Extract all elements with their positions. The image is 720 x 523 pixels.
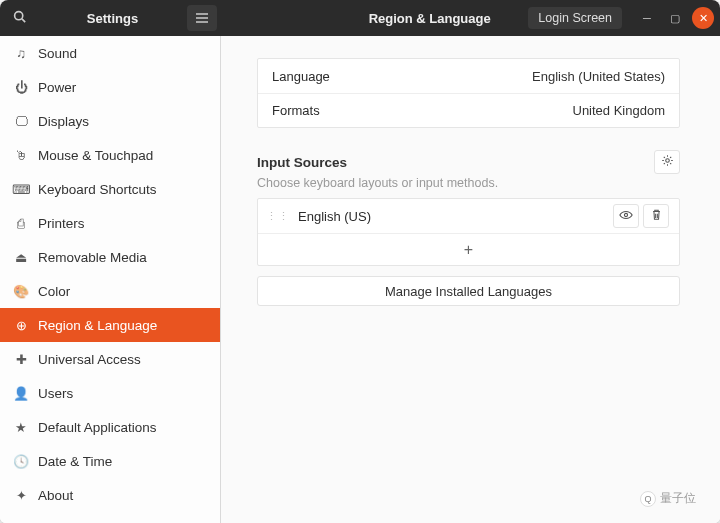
sidebar-item-displays-icon: 🖵 xyxy=(12,114,30,129)
app-title: Settings xyxy=(38,11,187,26)
sidebar-item-label: Users xyxy=(38,386,73,401)
window-close-button[interactable]: ✕ xyxy=(692,7,714,29)
sidebar-item-universal-access[interactable]: ✚Universal Access xyxy=(0,342,220,376)
sidebar-item-label: Keyboard Shortcuts xyxy=(38,182,157,197)
plus-icon: + xyxy=(464,241,473,259)
language-row[interactable]: Language English (United States) xyxy=(258,59,679,93)
input-source-name: English (US) xyxy=(298,209,371,224)
formats-value: United Kingdom xyxy=(573,103,666,118)
sidebar-item-label: Mouse & Touchpad xyxy=(38,148,153,163)
watermark-text: 量子位 xyxy=(660,490,696,507)
region-settings-list: Language English (United States) Formats… xyxy=(257,58,680,128)
search-button[interactable] xyxy=(4,5,34,31)
sidebar-item-label: Default Applications xyxy=(38,420,157,435)
titlebar: Settings Region & Language Login Screen … xyxy=(0,0,720,36)
sidebar-item-users-icon: 👤 xyxy=(12,386,30,401)
sidebar-item-default-applications[interactable]: ★Default Applications xyxy=(0,410,220,444)
window-minimize-button[interactable]: ─ xyxy=(636,7,658,29)
input-sources-subtitle: Choose keyboard layouts or input methods… xyxy=(257,176,680,190)
sidebar-item-power-icon: ⏻ xyxy=(12,80,30,95)
svg-point-5 xyxy=(665,159,669,163)
remove-input-source-button[interactable] xyxy=(643,204,669,228)
sidebar-item-label: Region & Language xyxy=(38,318,157,333)
sidebar-item-region-language[interactable]: ⊕Region & Language xyxy=(0,308,220,342)
search-icon xyxy=(13,10,26,26)
sidebar-item-about-icon: ✦ xyxy=(12,488,30,503)
gear-icon xyxy=(661,154,674,170)
sidebar-item-removable-media-icon: ⏏ xyxy=(12,250,30,265)
trash-icon xyxy=(651,209,662,224)
hamburger-menu-button[interactable] xyxy=(187,5,217,31)
manage-languages-button[interactable]: Manage Installed Languages xyxy=(257,276,680,306)
maximize-icon: ▢ xyxy=(670,12,680,25)
sidebar-item-label: Universal Access xyxy=(38,352,141,367)
input-source-row[interactable]: ⋮⋮ English (US) xyxy=(258,199,679,233)
sidebar-item-label: Printers xyxy=(38,216,85,231)
sidebar-item-about[interactable]: ✦About xyxy=(0,478,220,512)
close-icon: ✕ xyxy=(699,12,708,25)
language-value: English (United States) xyxy=(532,69,665,84)
watermark: Q 量子位 xyxy=(640,490,696,507)
sidebar-item-printers-icon: ⎙ xyxy=(12,216,30,231)
input-sources-title: Input Sources xyxy=(257,155,347,170)
sidebar-item-default-applications-icon: ★ xyxy=(12,420,30,435)
watermark-logo-icon: Q xyxy=(640,491,656,507)
input-sources-settings-button[interactable] xyxy=(654,150,680,174)
sidebar-item-color[interactable]: 🎨Color xyxy=(0,274,220,308)
svg-line-1 xyxy=(21,19,24,22)
sidebar-item-date-time-icon: 🕓 xyxy=(12,454,30,469)
sidebar-item-displays[interactable]: 🖵Displays xyxy=(0,104,220,138)
sidebar-item-label: Sound xyxy=(38,46,77,61)
sidebar-item-mouse-touchpad-icon: 🖰 xyxy=(12,148,30,163)
show-layout-button[interactable] xyxy=(613,204,639,228)
sidebar: ♫Sound⏻Power🖵Displays🖰Mouse & Touchpad⌨K… xyxy=(0,36,221,523)
drag-handle-icon[interactable]: ⋮⋮ xyxy=(266,210,290,223)
sidebar-item-keyboard-shortcuts[interactable]: ⌨Keyboard Shortcuts xyxy=(0,172,220,206)
sidebar-item-printers[interactable]: ⎙Printers xyxy=(0,206,220,240)
language-label: Language xyxy=(272,69,330,84)
hamburger-icon xyxy=(196,11,208,26)
login-screen-button[interactable]: Login Screen xyxy=(528,7,622,29)
sidebar-item-removable-media[interactable]: ⏏Removable Media xyxy=(0,240,220,274)
minimize-icon: ─ xyxy=(643,12,651,24)
page-title: Region & Language xyxy=(221,11,528,26)
sidebar-item-region-language-icon: ⊕ xyxy=(12,318,30,333)
sidebar-item-label: Removable Media xyxy=(38,250,147,265)
content-pane: Language English (United States) Formats… xyxy=(221,36,720,523)
sidebar-item-label: Displays xyxy=(38,114,89,129)
window-maximize-button[interactable]: ▢ xyxy=(664,7,686,29)
sidebar-item-label: About xyxy=(38,488,73,503)
svg-point-6 xyxy=(624,213,627,216)
sidebar-item-date-time[interactable]: 🕓Date & Time xyxy=(0,444,220,478)
input-sources-list: ⋮⋮ English (US) xyxy=(257,198,680,266)
formats-label: Formats xyxy=(272,103,320,118)
sidebar-item-keyboard-shortcuts-icon: ⌨ xyxy=(12,182,30,197)
add-input-source-button[interactable]: + xyxy=(258,233,679,265)
svg-point-0 xyxy=(14,12,22,20)
sidebar-item-sound-icon: ♫ xyxy=(12,46,30,61)
sidebar-item-mouse-touchpad[interactable]: 🖰Mouse & Touchpad xyxy=(0,138,220,172)
sidebar-item-power[interactable]: ⏻Power xyxy=(0,70,220,104)
sidebar-item-label: Date & Time xyxy=(38,454,112,469)
eye-icon xyxy=(619,209,633,223)
sidebar-item-universal-access-icon: ✚ xyxy=(12,352,30,367)
sidebar-item-users[interactable]: 👤Users xyxy=(0,376,220,410)
sidebar-item-color-icon: 🎨 xyxy=(12,284,30,299)
sidebar-item-label: Power xyxy=(38,80,76,95)
sidebar-item-label: Color xyxy=(38,284,70,299)
sidebar-item-sound[interactable]: ♫Sound xyxy=(0,36,220,70)
formats-row[interactable]: Formats United Kingdom xyxy=(258,93,679,127)
